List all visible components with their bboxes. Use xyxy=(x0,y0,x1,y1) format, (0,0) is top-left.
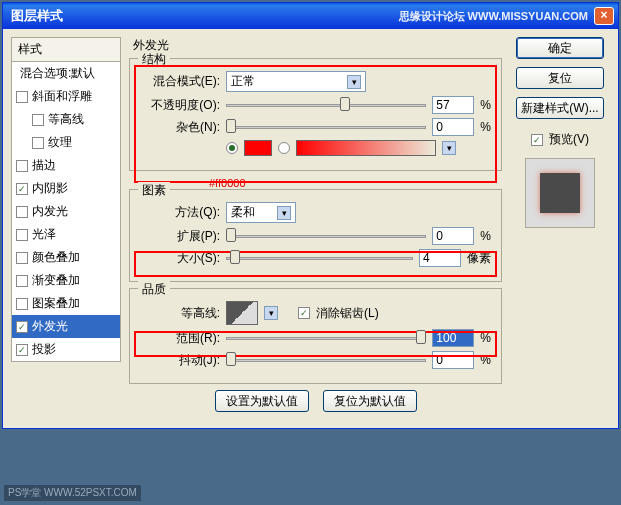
style-label: 颜色叠加 xyxy=(32,249,80,266)
style-checkbox[interactable] xyxy=(16,275,28,287)
noise-unit: % xyxy=(480,120,491,134)
range-unit: % xyxy=(480,331,491,345)
style-checkbox[interactable] xyxy=(16,252,28,264)
jitter-input[interactable]: 0 xyxy=(432,351,474,369)
style-item-光泽[interactable]: 光泽 xyxy=(12,223,120,246)
style-checkbox[interactable] xyxy=(16,298,28,310)
jitter-slider[interactable] xyxy=(226,352,426,368)
style-label: 等高线 xyxy=(48,111,84,128)
ok-button[interactable]: 确定 xyxy=(516,37,604,59)
opacity-input[interactable]: 57 xyxy=(432,96,474,114)
noise-label: 杂色(N): xyxy=(140,119,220,136)
spread-unit: % xyxy=(480,229,491,243)
contour-label: 等高线: xyxy=(140,305,220,322)
style-item-图案叠加[interactable]: 图案叠加 xyxy=(12,292,120,315)
style-item-等高线[interactable]: 等高线 xyxy=(12,108,120,131)
style-label: 渐变叠加 xyxy=(32,272,80,289)
styles-list: 混合选项:默认斜面和浮雕等高线纹理描边内阴影内发光光泽颜色叠加渐变叠加图案叠加外… xyxy=(11,61,121,362)
technique-label: 方法(Q): xyxy=(140,204,220,221)
hex-annotation: #ff0000 xyxy=(209,177,502,189)
style-item-描边[interactable]: 描边 xyxy=(12,154,120,177)
style-label: 斜面和浮雕 xyxy=(32,88,92,105)
quality-group: 品质 等高线: ▾ 消除锯齿(L) 范围(R): 100 % 抖 xyxy=(129,288,502,384)
watermark-text: 思缘设计论坛 WWW.MISSYUAN.COM xyxy=(399,9,588,24)
style-checkbox[interactable] xyxy=(16,160,28,172)
elements-group: 图素 方法(Q): 柔和 ▾ 扩展(P): 0 % 大小(S): xyxy=(129,189,502,282)
preview-checkbox[interactable] xyxy=(531,134,543,146)
size-slider[interactable] xyxy=(226,250,413,266)
blend-options-item[interactable]: 混合选项:默认 xyxy=(12,62,120,85)
antialias-checkbox[interactable] xyxy=(298,307,310,319)
color-radio[interactable] xyxy=(226,142,238,154)
noise-slider[interactable] xyxy=(226,119,426,135)
structure-legend: 结构 xyxy=(138,51,170,68)
style-checkbox[interactable] xyxy=(16,321,28,333)
spread-slider[interactable] xyxy=(226,228,426,244)
style-item-颜色叠加[interactable]: 颜色叠加 xyxy=(12,246,120,269)
style-label: 外发光 xyxy=(32,318,68,335)
range-input[interactable]: 100 xyxy=(432,329,474,347)
style-checkbox[interactable] xyxy=(16,91,28,103)
quality-legend: 品质 xyxy=(138,281,170,298)
opacity-unit: % xyxy=(480,98,491,112)
jitter-unit: % xyxy=(480,353,491,367)
style-checkbox[interactable] xyxy=(16,206,28,218)
opacity-slider[interactable] xyxy=(226,97,426,113)
style-label: 光泽 xyxy=(32,226,56,243)
titlebar[interactable]: 图层样式 思缘设计论坛 WWW.MISSYUAN.COM × xyxy=(3,3,618,29)
size-label: 大小(S): xyxy=(140,250,220,267)
reset-default-button[interactable]: 复位为默认值 xyxy=(323,390,417,412)
size-input[interactable]: 4 xyxy=(419,249,461,267)
gradient-picker[interactable] xyxy=(296,140,436,156)
style-label: 纹理 xyxy=(48,134,72,151)
dialog-title: 图层样式 xyxy=(11,7,399,25)
style-label: 内发光 xyxy=(32,203,68,220)
new-style-button[interactable]: 新建样式(W)... xyxy=(516,97,604,119)
chevron-down-icon: ▾ xyxy=(347,75,361,89)
style-checkbox[interactable] xyxy=(32,137,44,149)
style-label: 内阴影 xyxy=(32,180,68,197)
style-checkbox[interactable] xyxy=(16,229,28,241)
elements-legend: 图素 xyxy=(138,182,170,199)
chevron-down-icon[interactable]: ▾ xyxy=(442,141,456,155)
chevron-down-icon: ▾ xyxy=(277,206,291,220)
antialias-label: 消除锯齿(L) xyxy=(316,305,379,322)
style-item-内阴影[interactable]: 内阴影 xyxy=(12,177,120,200)
range-slider[interactable] xyxy=(226,330,426,346)
effect-title: 外发光 xyxy=(129,37,502,54)
style-item-渐变叠加[interactable]: 渐变叠加 xyxy=(12,269,120,292)
preview-swatch xyxy=(525,158,595,228)
jitter-label: 抖动(J): xyxy=(140,352,220,369)
styles-header: 样式 xyxy=(11,37,121,61)
blend-mode-select[interactable]: 正常 ▾ xyxy=(226,71,366,92)
technique-select[interactable]: 柔和 ▾ xyxy=(226,202,296,223)
gradient-radio[interactable] xyxy=(278,142,290,154)
preview-label: 预览(V) xyxy=(549,131,589,148)
spread-input[interactable]: 0 xyxy=(432,227,474,245)
style-item-投影[interactable]: 投影 xyxy=(12,338,120,361)
set-default-button[interactable]: 设置为默认值 xyxy=(215,390,309,412)
size-unit: 像素 xyxy=(467,250,491,267)
style-item-纹理[interactable]: 纹理 xyxy=(12,131,120,154)
style-item-外发光[interactable]: 外发光 xyxy=(12,315,120,338)
style-checkbox[interactable] xyxy=(16,344,28,356)
style-label: 描边 xyxy=(32,157,56,174)
style-item-斜面和浮雕[interactable]: 斜面和浮雕 xyxy=(12,85,120,108)
color-swatch[interactable] xyxy=(244,140,272,156)
noise-input[interactable]: 0 xyxy=(432,118,474,136)
style-checkbox[interactable] xyxy=(16,183,28,195)
cancel-button[interactable]: 复位 xyxy=(516,67,604,89)
style-item-内发光[interactable]: 内发光 xyxy=(12,200,120,223)
opacity-label: 不透明度(O): xyxy=(140,97,220,114)
structure-group: 结构 混合模式(E): 正常 ▾ 不透明度(O): 57 % 杂色(N): xyxy=(129,58,502,171)
close-icon[interactable]: × xyxy=(594,7,614,25)
style-label: 投影 xyxy=(32,341,56,358)
contour-picker[interactable] xyxy=(226,301,258,325)
chevron-down-icon[interactable]: ▾ xyxy=(264,306,278,320)
range-label: 范围(R): xyxy=(140,330,220,347)
style-checkbox[interactable] xyxy=(32,114,44,126)
blend-mode-label: 混合模式(E): xyxy=(140,73,220,90)
style-label: 图案叠加 xyxy=(32,295,80,312)
spread-label: 扩展(P): xyxy=(140,228,220,245)
